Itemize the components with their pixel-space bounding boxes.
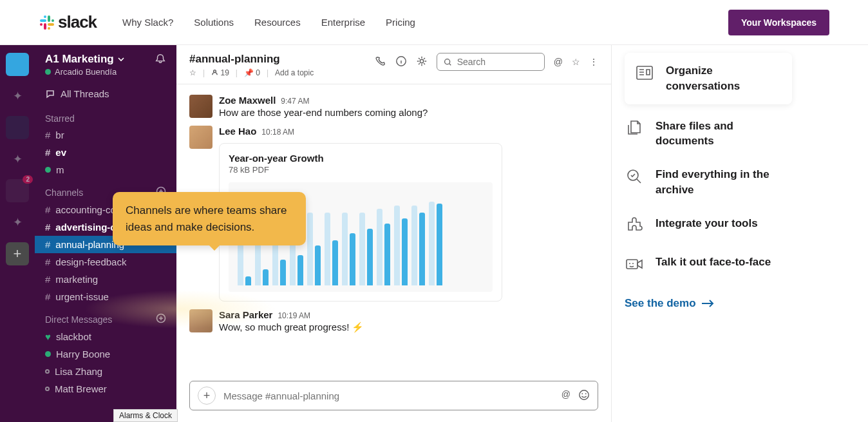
dm-item[interactable]: Matt Brewer [35, 380, 176, 398]
composer-input[interactable] [223, 390, 554, 401]
nav-resources[interactable]: Resources [254, 17, 301, 28]
info-icon[interactable] [395, 55, 407, 69]
message-time: 9:47 AM [281, 97, 309, 106]
promo-item[interactable]: Talk it out face-to-face [625, 245, 792, 284]
taskbar-tooltip: Alarms & Clock [113, 409, 178, 422]
svg-point-15 [585, 393, 587, 394]
message-text: Wow, so much great progress! ⚡ [219, 321, 598, 333]
newspaper-icon [635, 63, 656, 84]
members-count[interactable]: 19 [211, 68, 229, 77]
arrow-right-icon [701, 300, 714, 307]
workspace-switcher-3[interactable]: 2 [6, 179, 29, 202]
promo-item[interactable]: Share files and documents [625, 110, 792, 158]
phone-icon[interactable] [375, 55, 386, 69]
message-author[interactable]: Sara Parker [219, 309, 272, 320]
svg-rect-1 [40, 19, 46, 22]
message-time: 10:18 AM [261, 128, 294, 137]
workspace-user: Arcadio Buendía [45, 67, 124, 77]
channel-item[interactable]: #marketing [35, 271, 176, 288]
all-threads[interactable]: All Threads [35, 82, 176, 106]
emoji-icon[interactable] [578, 389, 590, 403]
dm-item[interactable]: Lisa Zhang [35, 363, 176, 380]
nav-why[interactable]: Why Slack? [122, 17, 173, 28]
add-topic[interactable]: Add a topic [275, 68, 314, 77]
star-icon[interactable]: ☆ [189, 68, 196, 77]
bell-icon[interactable] [155, 53, 166, 68]
section-dms: Direct Messages [35, 305, 176, 328]
svg-point-11 [420, 59, 423, 62]
see-demo-link[interactable]: See the demo [625, 297, 792, 310]
svg-rect-2 [44, 23, 46, 30]
gear-icon[interactable] [416, 55, 428, 69]
more-icon[interactable]: ⋮ [589, 57, 598, 67]
svg-rect-0 [48, 15, 50, 22]
heart-icon: ♥ [45, 331, 51, 342]
svg-rect-18 [627, 260, 637, 269]
attachment-subtitle: 78 kB PDF [229, 165, 493, 175]
rail-glyph: ✦ [13, 215, 23, 229]
promo-item-active[interactable]: Organize conversations [625, 53, 792, 104]
promo-text: Talk it out face-to-face [656, 254, 771, 270]
svg-rect-3 [48, 23, 54, 26]
starred-item[interactable]: #ev [35, 144, 176, 161]
channel-item[interactable]: #urgent-issue [35, 288, 176, 305]
nav-enterprise[interactable]: Enterprise [321, 17, 365, 28]
site-header: slack Why Slack? Solutions Resources Ent… [0, 0, 868, 45]
workspace-rail: ✦ ✦ 2 ✦ + [0, 45, 35, 422]
pins-count[interactable]: 📌 0 [244, 68, 260, 77]
puzzle-icon [625, 216, 645, 236]
workspace-switcher-2[interactable] [6, 116, 29, 139]
starred-item[interactable]: m [35, 161, 176, 178]
svg-point-6 [48, 27, 50, 30]
workspace-header[interactable]: A1 Marketing Arcadio Buendía [35, 45, 176, 82]
svg-point-4 [44, 15, 46, 18]
mentions-icon[interactable]: @ [554, 57, 563, 67]
nav-pricing[interactable]: Pricing [386, 17, 415, 28]
dm-item[interactable]: Harry Boone [35, 345, 176, 363]
nav-links: Why Slack? Solutions Resources Enterpris… [122, 17, 415, 28]
promo-text: Organize conversations [666, 63, 782, 94]
channel-meta: ☆| 19 | 📌 0| Add a topic [189, 68, 314, 77]
message-time: 10:19 AM [278, 311, 310, 320]
slack-icon [39, 14, 55, 31]
workspace-switcher-1[interactable] [6, 53, 29, 76]
starred-item[interactable]: #br [35, 126, 176, 144]
message: Sara Parker10:19 AM Wow, so much great p… [176, 305, 611, 337]
nav-solutions[interactable]: Solutions [194, 17, 234, 28]
workspace-name: A1 Marketing [45, 53, 124, 66]
slack-logo[interactable]: slack [39, 12, 97, 32]
rail-glyph: ✦ [13, 152, 23, 166]
workspace-badge: 2 [23, 175, 33, 184]
message-author[interactable]: Lee Hao [219, 126, 256, 137]
search-box[interactable] [437, 53, 545, 71]
message-composer: + @ [189, 381, 598, 410]
svg-point-7 [40, 23, 42, 26]
channel-item[interactable]: #design-feedback [35, 253, 176, 271]
presence-away [45, 369, 50, 374]
section-starred: Starred [35, 106, 176, 126]
attachment-title: Year-on-year Growth [229, 153, 493, 164]
your-workspaces-button[interactable]: Your Workspaces [728, 10, 829, 35]
attach-button[interactable]: + [198, 387, 216, 405]
avatar[interactable] [189, 126, 212, 149]
promo-text: Find everything in the archive [656, 167, 792, 198]
avatar[interactable] [189, 95, 212, 118]
presence-dot [45, 69, 51, 75]
message-author[interactable]: Zoe Maxwell [219, 95, 276, 106]
add-workspace-button[interactable]: + [6, 242, 29, 265]
mention-icon[interactable]: @ [561, 389, 571, 403]
presence-dot [45, 167, 51, 173]
chevron-down-icon [118, 56, 124, 62]
add-dm-icon[interactable] [156, 313, 166, 325]
channel-actions: @ ☆ ⋮ [375, 53, 598, 71]
promo-item[interactable]: Find everything in the archive [625, 158, 792, 207]
dm-item[interactable]: ♥slackbot [35, 328, 176, 345]
star-action-icon[interactable]: ☆ [572, 57, 580, 67]
avatar[interactable] [189, 309, 212, 332]
onboarding-tooltip: Channels are where teams share ideas and… [113, 192, 306, 245]
threads-icon [45, 89, 55, 99]
channel-title: #annual-planning [189, 53, 314, 66]
promo-item[interactable]: Integrate your tools [625, 207, 792, 245]
search-input[interactable] [457, 57, 538, 67]
video-icon [625, 254, 645, 275]
